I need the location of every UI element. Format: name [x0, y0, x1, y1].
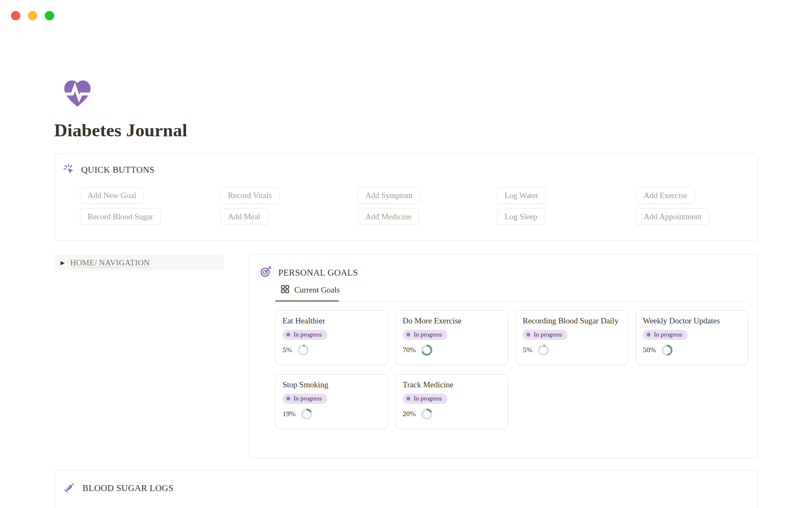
notion-page: Diabetes Journal QUICK BUTTONS Add New G… [0, 0, 812, 508]
blood-sugar-logs-title: BLOOD SUGAR LOGS [82, 483, 173, 494]
window-controls [11, 11, 54, 20]
quick-button-add-new-goal[interactable]: Add New Goal [80, 187, 144, 204]
status-badge: In progress [403, 330, 447, 340]
goal-progress-ring [421, 345, 432, 356]
cursor-click-icon [63, 163, 74, 177]
status-badge: In progress [283, 330, 327, 340]
heart-pulse-icon[interactable] [61, 77, 94, 110]
goal-title: Do More Exercise [403, 316, 501, 326]
status-dot-icon [286, 333, 290, 337]
goal-title: Weekly Doctor Updates [643, 316, 741, 326]
status-label: In progress [654, 331, 682, 338]
quick-buttons-grid: Add New GoalRecord VitalsAdd SymptomLog … [80, 187, 748, 225]
quick-button-record-blood-sugar[interactable]: Record Blood Sugar [80, 208, 161, 225]
blood-sugar-logs-section: BLOOD SUGAR LOGS [55, 470, 758, 508]
quick-button-add-exercise[interactable]: Add Exercise [636, 187, 695, 204]
home-navigation-toggle[interactable]: ▶ HOME/ NAVIGATION [55, 255, 224, 271]
close-window-button[interactable] [11, 11, 20, 20]
minimize-window-button[interactable] [28, 11, 37, 20]
status-label: In progress [414, 395, 442, 402]
status-label: In progress [294, 395, 322, 402]
status-badge: In progress [283, 394, 327, 404]
goal-progress-value: 50% [643, 346, 656, 354]
goal-progress-value: 19% [283, 410, 296, 418]
status-badge: In progress [643, 330, 688, 340]
quick-button-log-sleep[interactable]: Log Sleep [497, 208, 545, 225]
goal-card[interactable]: Do More Exercise In progress 70% [395, 310, 508, 365]
status-dot-icon [406, 333, 410, 337]
zoom-window-button[interactable] [45, 11, 54, 20]
board-view-icon [281, 285, 289, 295]
quick-button-log-water[interactable]: Log Water [497, 187, 546, 204]
goal-title: Eat Healthier [283, 316, 381, 326]
goal-title: Stop Smoking [283, 380, 381, 389]
goal-progress-value: 5% [283, 346, 292, 354]
quick-button-add-medicine[interactable]: Add Medicine [358, 208, 419, 225]
tab-divider [275, 301, 749, 302]
goal-card[interactable]: Recording Blood Sugar Daily In progress … [516, 310, 628, 365]
quick-button-add-appointment[interactable]: Add Appointment [636, 208, 709, 225]
goal-card[interactable]: Weekly Doctor Updates In progress 50% [636, 310, 748, 365]
quick-button-add-meal[interactable]: Add Meal [220, 208, 268, 225]
tab-current-goals[interactable]: Current Goals [281, 285, 340, 295]
goal-progress-value: 20% [403, 410, 416, 418]
goal-progress-ring [301, 409, 312, 420]
goal-card[interactable]: Eat Healthier In progress 5% [275, 310, 388, 365]
goal-progress-ring [421, 409, 432, 420]
goal-progress-ring [538, 345, 549, 356]
goal-progress-ring [661, 345, 672, 356]
quick-button-record-vitals[interactable]: Record Vitals [220, 187, 280, 204]
goal-title: Recording Blood Sugar Daily [523, 316, 621, 326]
status-label: In progress [294, 331, 322, 338]
personal-goals-section: PERSONAL GOALS Current Goals Eat Healthi… [249, 254, 758, 458]
status-label: In progress [414, 331, 442, 338]
page-title: Diabetes Journal [54, 120, 187, 141]
quick-buttons-title: QUICK BUTTONS [81, 165, 154, 175]
status-dot-icon [527, 333, 530, 337]
goal-card[interactable]: Track Medicine In progress 20% [395, 374, 508, 429]
status-dot-icon [647, 333, 650, 337]
goal-title: Track Medicine [403, 380, 501, 389]
goal-card[interactable]: Stop Smoking In progress 19% [275, 374, 388, 429]
goal-progress-value: 70% [403, 346, 416, 354]
status-dot-icon [406, 397, 410, 400]
toggle-caret-icon[interactable]: ▶ [60, 260, 65, 265]
status-badge: In progress [403, 394, 447, 404]
goal-progress-value: 5% [523, 346, 532, 354]
target-icon [260, 266, 272, 279]
status-label: In progress [534, 331, 562, 338]
status-badge: In progress [523, 330, 568, 340]
quick-button-add-symptom[interactable]: Add Symptom [358, 187, 420, 204]
goal-cards: Eat Healthier In progress 5% Do More Exe… [275, 310, 748, 429]
home-navigation-label[interactable]: HOME/ NAVIGATION [70, 258, 150, 268]
personal-goals-title: PERSONAL GOALS [278, 268, 358, 278]
quick-buttons-section: QUICK BUTTONS Add New GoalRecord VitalsA… [55, 153, 758, 241]
status-dot-icon [286, 397, 290, 400]
syringe-icon [64, 481, 76, 495]
goal-progress-ring [298, 345, 309, 356]
tab-current-goals-label[interactable]: Current Goals [294, 285, 340, 295]
